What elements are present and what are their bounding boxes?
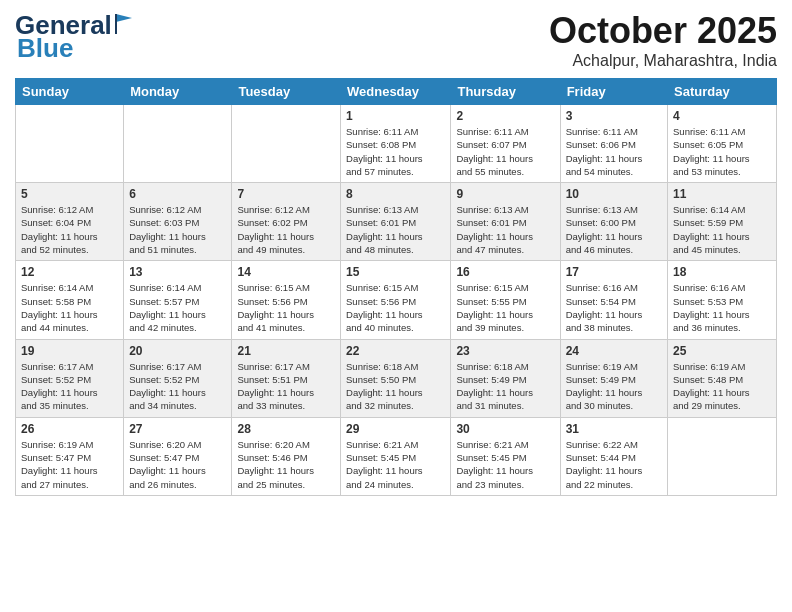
day-number: 2 — [456, 109, 554, 123]
calendar-cell: 5Sunrise: 6:12 AM Sunset: 6:04 PM Daylig… — [16, 183, 124, 261]
calendar-cell: 22Sunrise: 6:18 AM Sunset: 5:50 PM Dayli… — [341, 339, 451, 417]
day-number: 30 — [456, 422, 554, 436]
day-number: 19 — [21, 344, 118, 358]
day-info: Sunrise: 6:12 AM Sunset: 6:03 PM Dayligh… — [129, 203, 226, 256]
calendar-cell: 14Sunrise: 6:15 AM Sunset: 5:56 PM Dayli… — [232, 261, 341, 339]
calendar-cell: 21Sunrise: 6:17 AM Sunset: 5:51 PM Dayli… — [232, 339, 341, 417]
calendar-cell: 10Sunrise: 6:13 AM Sunset: 6:00 PM Dayli… — [560, 183, 667, 261]
calendar-cell: 24Sunrise: 6:19 AM Sunset: 5:49 PM Dayli… — [560, 339, 667, 417]
calendar-cell: 20Sunrise: 6:17 AM Sunset: 5:52 PM Dayli… — [124, 339, 232, 417]
calendar-header-saturday: Saturday — [668, 79, 777, 105]
calendar-cell: 25Sunrise: 6:19 AM Sunset: 5:48 PM Dayli… — [668, 339, 777, 417]
calendar-cell: 26Sunrise: 6:19 AM Sunset: 5:47 PM Dayli… — [16, 417, 124, 495]
calendar-header-wednesday: Wednesday — [341, 79, 451, 105]
calendar-cell: 8Sunrise: 6:13 AM Sunset: 6:01 PM Daylig… — [341, 183, 451, 261]
day-info: Sunrise: 6:11 AM Sunset: 6:08 PM Dayligh… — [346, 125, 445, 178]
calendar-cell: 17Sunrise: 6:16 AM Sunset: 5:54 PM Dayli… — [560, 261, 667, 339]
day-info: Sunrise: 6:14 AM Sunset: 5:57 PM Dayligh… — [129, 281, 226, 334]
day-info: Sunrise: 6:15 AM Sunset: 5:56 PM Dayligh… — [346, 281, 445, 334]
day-number: 16 — [456, 265, 554, 279]
page-container: General Blue October 2025 Achalpur, Maha… — [0, 0, 792, 506]
calendar-cell: 23Sunrise: 6:18 AM Sunset: 5:49 PM Dayli… — [451, 339, 560, 417]
logo: General Blue — [15, 10, 134, 64]
day-info: Sunrise: 6:15 AM Sunset: 5:55 PM Dayligh… — [456, 281, 554, 334]
day-number: 3 — [566, 109, 662, 123]
day-info: Sunrise: 6:11 AM Sunset: 6:05 PM Dayligh… — [673, 125, 771, 178]
calendar-header-monday: Monday — [124, 79, 232, 105]
calendar-cell: 1Sunrise: 6:11 AM Sunset: 6:08 PM Daylig… — [341, 105, 451, 183]
calendar-cell: 19Sunrise: 6:17 AM Sunset: 5:52 PM Dayli… — [16, 339, 124, 417]
calendar-week-4: 19Sunrise: 6:17 AM Sunset: 5:52 PM Dayli… — [16, 339, 777, 417]
day-info: Sunrise: 6:20 AM Sunset: 5:47 PM Dayligh… — [129, 438, 226, 491]
day-number: 11 — [673, 187, 771, 201]
day-number: 7 — [237, 187, 335, 201]
day-number: 18 — [673, 265, 771, 279]
day-info: Sunrise: 6:17 AM Sunset: 5:52 PM Dayligh… — [129, 360, 226, 413]
day-number: 22 — [346, 344, 445, 358]
calendar-cell: 31Sunrise: 6:22 AM Sunset: 5:44 PM Dayli… — [560, 417, 667, 495]
calendar-week-2: 5Sunrise: 6:12 AM Sunset: 6:04 PM Daylig… — [16, 183, 777, 261]
day-number: 20 — [129, 344, 226, 358]
day-number: 15 — [346, 265, 445, 279]
day-info: Sunrise: 6:21 AM Sunset: 5:45 PM Dayligh… — [346, 438, 445, 491]
day-number: 6 — [129, 187, 226, 201]
day-number: 12 — [21, 265, 118, 279]
day-info: Sunrise: 6:17 AM Sunset: 5:52 PM Dayligh… — [21, 360, 118, 413]
day-info: Sunrise: 6:13 AM Sunset: 6:01 PM Dayligh… — [456, 203, 554, 256]
day-info: Sunrise: 6:22 AM Sunset: 5:44 PM Dayligh… — [566, 438, 662, 491]
svg-rect-1 — [115, 14, 117, 34]
calendar-body: 1Sunrise: 6:11 AM Sunset: 6:08 PM Daylig… — [16, 105, 777, 496]
day-info: Sunrise: 6:16 AM Sunset: 5:53 PM Dayligh… — [673, 281, 771, 334]
calendar-cell: 11Sunrise: 6:14 AM Sunset: 5:59 PM Dayli… — [668, 183, 777, 261]
day-info: Sunrise: 6:17 AM Sunset: 5:51 PM Dayligh… — [237, 360, 335, 413]
calendar-header-tuesday: Tuesday — [232, 79, 341, 105]
day-info: Sunrise: 6:12 AM Sunset: 6:04 PM Dayligh… — [21, 203, 118, 256]
day-number: 9 — [456, 187, 554, 201]
calendar-cell: 18Sunrise: 6:16 AM Sunset: 5:53 PM Dayli… — [668, 261, 777, 339]
calendar-cell: 4Sunrise: 6:11 AM Sunset: 6:05 PM Daylig… — [668, 105, 777, 183]
calendar-cell: 7Sunrise: 6:12 AM Sunset: 6:02 PM Daylig… — [232, 183, 341, 261]
day-number: 1 — [346, 109, 445, 123]
day-info: Sunrise: 6:13 AM Sunset: 6:01 PM Dayligh… — [346, 203, 445, 256]
calendar-cell: 12Sunrise: 6:14 AM Sunset: 5:58 PM Dayli… — [16, 261, 124, 339]
calendar-week-5: 26Sunrise: 6:19 AM Sunset: 5:47 PM Dayli… — [16, 417, 777, 495]
calendar-cell: 30Sunrise: 6:21 AM Sunset: 5:45 PM Dayli… — [451, 417, 560, 495]
location-subtitle: Achalpur, Maharashtra, India — [549, 52, 777, 70]
day-number: 28 — [237, 422, 335, 436]
day-number: 4 — [673, 109, 771, 123]
calendar-table: SundayMondayTuesdayWednesdayThursdayFrid… — [15, 78, 777, 496]
calendar-week-1: 1Sunrise: 6:11 AM Sunset: 6:08 PM Daylig… — [16, 105, 777, 183]
day-info: Sunrise: 6:14 AM Sunset: 5:58 PM Dayligh… — [21, 281, 118, 334]
day-number: 23 — [456, 344, 554, 358]
day-number: 25 — [673, 344, 771, 358]
calendar-cell: 6Sunrise: 6:12 AM Sunset: 6:03 PM Daylig… — [124, 183, 232, 261]
day-number: 17 — [566, 265, 662, 279]
calendar-cell: 9Sunrise: 6:13 AM Sunset: 6:01 PM Daylig… — [451, 183, 560, 261]
calendar-cell — [16, 105, 124, 183]
calendar-cell: 16Sunrise: 6:15 AM Sunset: 5:55 PM Dayli… — [451, 261, 560, 339]
calendar-cell: 29Sunrise: 6:21 AM Sunset: 5:45 PM Dayli… — [341, 417, 451, 495]
day-info: Sunrise: 6:19 AM Sunset: 5:49 PM Dayligh… — [566, 360, 662, 413]
title-block: October 2025 Achalpur, Maharashtra, Indi… — [549, 10, 777, 70]
day-info: Sunrise: 6:15 AM Sunset: 5:56 PM Dayligh… — [237, 281, 335, 334]
calendar-header-friday: Friday — [560, 79, 667, 105]
month-title: October 2025 — [549, 10, 777, 52]
day-info: Sunrise: 6:18 AM Sunset: 5:50 PM Dayligh… — [346, 360, 445, 413]
calendar-cell: 3Sunrise: 6:11 AM Sunset: 6:06 PM Daylig… — [560, 105, 667, 183]
day-info: Sunrise: 6:19 AM Sunset: 5:48 PM Dayligh… — [673, 360, 771, 413]
calendar-header-sunday: Sunday — [16, 79, 124, 105]
day-info: Sunrise: 6:14 AM Sunset: 5:59 PM Dayligh… — [673, 203, 771, 256]
calendar-header-row: SundayMondayTuesdayWednesdayThursdayFrid… — [16, 79, 777, 105]
day-info: Sunrise: 6:11 AM Sunset: 6:06 PM Dayligh… — [566, 125, 662, 178]
day-number: 14 — [237, 265, 335, 279]
day-info: Sunrise: 6:16 AM Sunset: 5:54 PM Dayligh… — [566, 281, 662, 334]
calendar-cell: 15Sunrise: 6:15 AM Sunset: 5:56 PM Dayli… — [341, 261, 451, 339]
day-number: 21 — [237, 344, 335, 358]
calendar-week-3: 12Sunrise: 6:14 AM Sunset: 5:58 PM Dayli… — [16, 261, 777, 339]
header: General Blue October 2025 Achalpur, Maha… — [15, 10, 777, 70]
day-number: 29 — [346, 422, 445, 436]
day-number: 5 — [21, 187, 118, 201]
logo-flag-icon — [114, 12, 134, 36]
calendar-cell — [668, 417, 777, 495]
day-info: Sunrise: 6:20 AM Sunset: 5:46 PM Dayligh… — [237, 438, 335, 491]
